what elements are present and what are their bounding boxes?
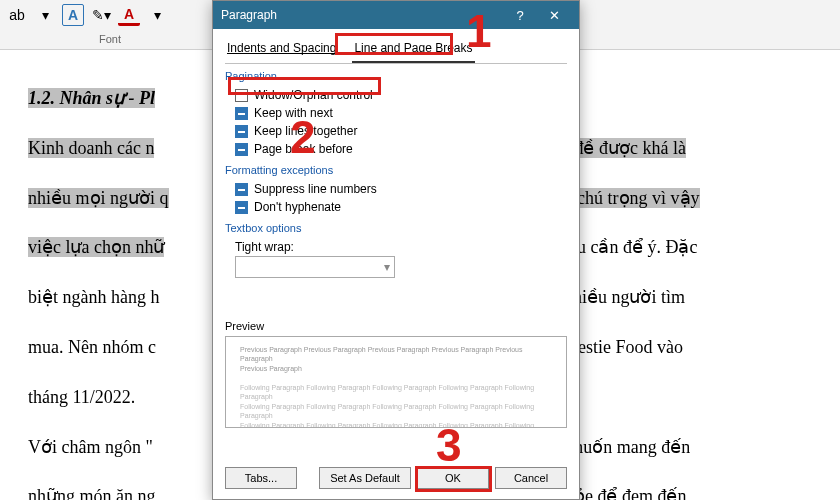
label-tightwrap: Tight wrap: <box>235 240 294 254</box>
doc-text: việc lựa chọn nhữ <box>28 237 164 257</box>
label-hyphenate: Don't hyphenate <box>254 200 341 214</box>
preview-box: Previous Paragraph Previous Paragraph Pr… <box>225 336 567 428</box>
checkbox-keep-next[interactable] <box>235 107 248 120</box>
cancel-button[interactable]: Cancel <box>495 467 567 489</box>
text-effects-icon[interactable]: A <box>62 4 84 26</box>
checkbox-keep-lines[interactable] <box>235 125 248 138</box>
doc-heading: 1.2. Nhân sự - Pl <box>28 88 155 108</box>
font-group-label: Font <box>6 33 214 45</box>
doc-text: Kinh doanh các n <box>28 138 154 158</box>
doc-text: Với châm ngôn " <box>28 437 153 457</box>
checkbox-suppress[interactable] <box>235 183 248 196</box>
highlight-icon[interactable]: ✎▾ <box>90 4 112 26</box>
anno-box-widow <box>228 77 381 95</box>
tightwrap-combo[interactable]: ▾ <box>235 256 395 278</box>
section-preview: Preview <box>225 320 567 332</box>
doc-text: những món ăn ng <box>28 486 156 500</box>
chevron-down-icon: ▾ <box>384 260 390 274</box>
doc-text: biệt ngành hàng h <box>28 287 159 307</box>
set-default-button[interactable]: Set As Default <box>319 467 411 489</box>
dialog-title: Paragraph <box>221 8 277 22</box>
ab-icon[interactable]: ab <box>6 4 28 26</box>
tabs-button[interactable]: Tabs... <box>225 467 297 489</box>
tab-indents-spacing[interactable]: Indents and Spacing <box>225 37 338 63</box>
help-icon[interactable]: ? <box>503 1 537 29</box>
checkbox-page-break[interactable] <box>235 143 248 156</box>
label-suppress: Suppress line numbers <box>254 182 377 196</box>
section-textbox: Textbox options <box>225 222 567 234</box>
anno-2: 2 <box>290 110 316 164</box>
doc-text: tháng 11/2022. <box>28 387 135 407</box>
font-color-dropdown-icon[interactable]: ▾ <box>146 4 168 26</box>
close-icon[interactable]: ✕ <box>537 1 571 29</box>
anno-3: 3 <box>436 418 462 472</box>
clear-format-dropdown-icon[interactable]: ▾ <box>34 4 56 26</box>
anno-box-tab <box>335 33 453 55</box>
ribbon-font-group: ab ▾ A ✎▾ A ▾ Font <box>0 0 220 49</box>
paragraph-dialog: Paragraph ? ✕ Indents and Spacing Line a… <box>212 0 580 500</box>
section-formatting: Formatting exceptions <box>225 164 567 176</box>
doc-text: mua. Nên nhóm c <box>28 337 156 357</box>
anno-1: 1 <box>466 4 492 58</box>
font-color-icon[interactable]: A <box>118 4 140 26</box>
dialog-titlebar[interactable]: Paragraph ? ✕ <box>213 1 579 29</box>
doc-text: nhiều mọi người q <box>28 188 169 208</box>
checkbox-hyphenate[interactable] <box>235 201 248 214</box>
